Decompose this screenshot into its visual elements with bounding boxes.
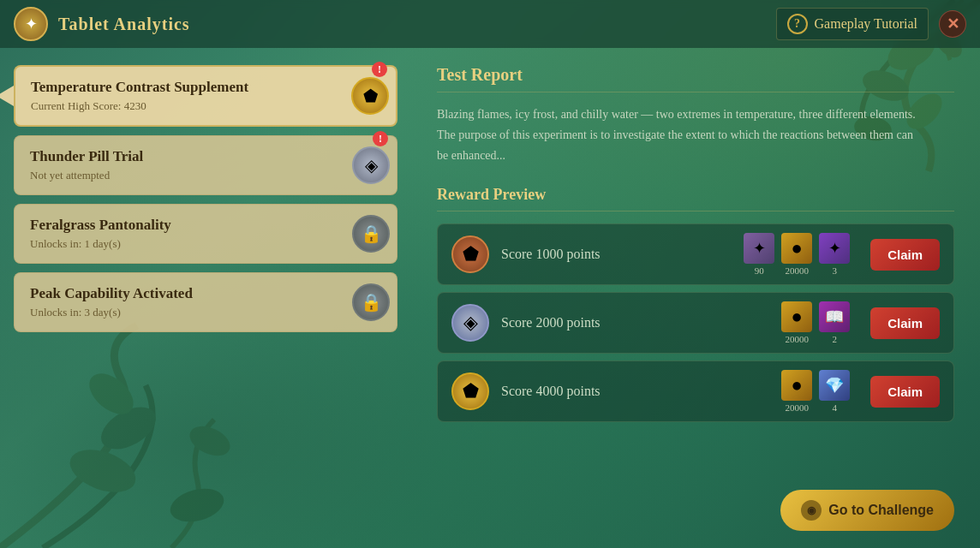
reward-row-1000: ⬟ Score 1000 points ✦ 90 ● 20000 ✦ 3 [437,223,954,285]
close-icon: ✕ [947,15,959,33]
navigation-icon: ◉ [801,500,822,521]
coin-count-3: 20000 [785,402,809,413]
trial-badge-thunder: ! [373,131,388,146]
reward-label-2000: Score 2000 points [501,315,769,331]
coin-count-2: 20000 [785,334,809,344]
trial-item-thunder-pill[interactable]: ! Thunder Pill Trial Not yet attempted ◈ [14,135,397,195]
main-container: ! Temperature Contrast Supplement Curren… [0,48,980,548]
active-arrow [0,86,14,106]
coin-icon-2: ● [781,301,812,332]
trial-title-temperature: Temperature Contrast Supplement [31,79,353,96]
purple-count-1: 3 [832,265,837,276]
trial-subtitle-feralgrass: Unlocks in: 1 day(s) [30,237,354,251]
reward-label-4000: Score 4000 points [501,384,769,399]
reward-row-2000: ◈ Score 2000 points ● 20000 📖 2 Claim [437,292,954,354]
book-count: 2 [832,334,837,344]
trial-badge-temperature: ! [372,62,387,77]
trial-icon-peak: 🔒 [352,283,390,321]
reward-tier-icon-gold: ⬟ [451,372,489,410]
trial-subtitle-thunder: Not yet attempted [30,169,354,182]
reward-items-4000: ● 20000 💎 4 [781,370,850,413]
reward-preview-title: Reward Preview [437,186,954,211]
trial-icon-temperature: ⬟ [351,77,389,115]
trial-item-temperature-contrast[interactable]: ! Temperature Contrast Supplement Curren… [14,65,397,127]
trial-icon-feralgrass: 🔒 [352,215,390,253]
test-report-title: Test Report [437,65,954,92]
trial-subtitle-temperature: Current High Score: 4230 [31,99,353,113]
trial-item-feralgrass[interactable]: Feralgrass Pantonality Unlocks in: 1 day… [14,204,397,264]
trial-title-feralgrass: Feralgrass Pantonality [30,217,354,234]
trial-subtitle-peak: Unlocks in: 3 day(s) [30,306,354,319]
claim-button-2000[interactable]: Claim [870,307,940,339]
header: ✦ Tablet Analytics ? Gameplay Tutorial ✕ [0,0,980,48]
reward-item-coin-1: ● 20000 [781,233,812,276]
coin-icon-3: ● [781,370,812,401]
content-panel: Test Report Blazing flames, icy frost, a… [411,48,980,548]
star-icon: ✦ [744,233,774,264]
reward-item-coin-3: ● 20000 [781,370,812,413]
go-challenge-label: Go to Challenge [828,503,934,518]
trial-icon-thunder: ◈ [352,146,390,184]
reward-list: ⬟ Score 1000 points ✦ 90 ● 20000 ✦ 3 [437,223,954,422]
reward-items-2000: ● 20000 📖 2 [781,301,850,344]
reward-label-1000: Score 1000 points [501,247,732,262]
reward-item-book: 📖 2 [819,301,850,344]
reward-tier-icon-bronze: ⬟ [451,235,489,273]
coin-icon-1: ● [781,233,812,264]
gameplay-tutorial-button[interactable]: ? Gameplay Tutorial [776,8,929,40]
go-challenge-button[interactable]: ◉ Go to Challenge [780,490,954,531]
trial-item-peak-capability[interactable]: Peak Capability Activated Unlocks in: 3 … [14,272,397,332]
crystal-count: 4 [832,402,837,413]
trial-title-thunder: Thunder Pill Trial [30,148,354,165]
crystal-icon: 💎 [819,370,850,401]
reward-item-star: ✦ 90 [744,233,774,276]
reward-item-purple-1: ✦ 3 [819,233,850,276]
book-icon: 📖 [819,301,850,332]
coin-count-1: 20000 [785,265,809,276]
reward-tier-icon-silver: ◈ [451,304,489,342]
test-report-body: Blazing flames, icy frost, and chilly wa… [437,104,917,165]
star-count: 90 [755,265,764,276]
reward-row-4000: ⬟ Score 4000 points ● 20000 💎 4 Claim [437,360,954,422]
question-icon: ? [787,14,808,34]
claim-button-1000[interactable]: Claim [870,239,940,271]
header-actions: ? Gameplay Tutorial ✕ [776,8,966,40]
logo-symbol: ✦ [25,15,38,33]
reward-items-1000: ✦ 90 ● 20000 ✦ 3 [744,233,850,276]
close-button[interactable]: ✕ [939,10,966,38]
purple-item-icon: ✦ [819,233,850,264]
trial-list: ! Temperature Contrast Supplement Curren… [0,48,411,548]
claim-button-4000[interactable]: Claim [870,376,940,408]
app-title: Tablet Analytics [58,15,776,34]
tutorial-label: Gameplay Tutorial [815,16,917,32]
trial-title-peak: Peak Capability Activated [30,285,354,302]
app-logo: ✦ [14,7,48,41]
reward-item-coin-2: ● 20000 [781,301,812,344]
reward-item-crystal: 💎 4 [819,370,850,413]
